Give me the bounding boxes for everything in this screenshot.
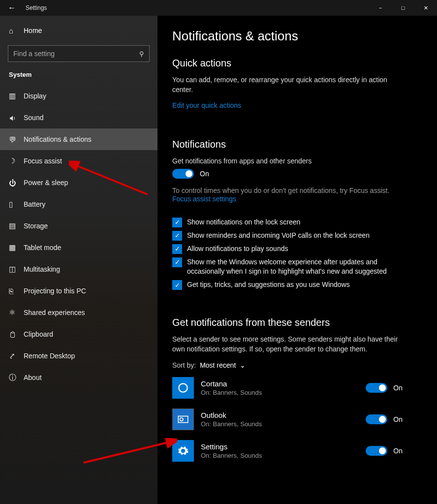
storage-icon: ▤ xyxy=(9,221,24,230)
focus-assist-hint: To control times when you do or don't ge… xyxy=(172,187,422,194)
about-icon: ⓘ xyxy=(9,373,24,382)
senders-heading: Get notifications from these senders xyxy=(172,317,422,328)
home-nav[interactable]: ⌂ Home xyxy=(0,20,157,41)
focus-assist-link[interactable]: Focus assist settings xyxy=(172,195,236,203)
sidebar: ⌂ Home ⚲ System ▥Display 🔉︎Sound 💬︎Notif… xyxy=(0,16,157,504)
close-button[interactable]: ✕ xyxy=(414,0,437,16)
sidebar-item-sound[interactable]: 🔉︎Sound xyxy=(0,107,157,128)
quick-actions-desc: You can add, remove, or rearrange your q… xyxy=(172,75,399,95)
focus-icon: ☽ xyxy=(9,157,24,165)
sidebar-item-notifications[interactable]: 💬︎Notifications & actions xyxy=(0,128,157,150)
battery-icon: ▯ xyxy=(9,200,24,209)
sender-row-settings[interactable]: SettingsOn: Banners, Sounds On xyxy=(172,437,422,469)
svg-point-2 xyxy=(180,417,184,421)
minimize-button[interactable]: − xyxy=(369,0,392,16)
check-reminders-voip[interactable]: ✓ xyxy=(172,231,182,241)
sidebar-item-battery[interactable]: ▯Battery xyxy=(0,193,157,215)
titlebar: ← Settings − □ ✕ xyxy=(0,0,437,16)
shared-icon: ⚛ xyxy=(9,308,24,317)
chevron-down-icon: ⌄ xyxy=(240,361,246,369)
search-box[interactable]: ⚲ xyxy=(8,45,150,62)
window-title: Settings xyxy=(26,4,47,11)
notifications-master-toggle[interactable] xyxy=(172,169,194,179)
power-icon: ⏻ xyxy=(9,179,24,187)
sidebar-item-multitasking[interactable]: ◫Multitasking xyxy=(0,258,157,280)
sidebar-item-power-sleep[interactable]: ⏻Power & sleep xyxy=(0,172,157,193)
check-play-sounds[interactable]: ✓ xyxy=(172,244,182,254)
page-title: Notifications & actions xyxy=(172,29,422,44)
settings-app-icon xyxy=(172,440,194,462)
settings-toggle[interactable] xyxy=(366,446,387,456)
cortana-toggle[interactable] xyxy=(366,383,387,393)
sidebar-item-projecting[interactable]: ⎘Projecting to this PC xyxy=(0,280,157,302)
sidebar-item-tablet-mode[interactable]: ▦Tablet mode xyxy=(0,237,157,258)
search-input[interactable] xyxy=(13,50,139,58)
project-icon: ⎘ xyxy=(9,287,24,295)
notifications-master-state: On xyxy=(200,170,209,178)
sidebar-item-storage[interactable]: ▤Storage xyxy=(0,215,157,237)
clipboard-icon: 📋︎ xyxy=(9,330,24,339)
multitask-icon: ◫ xyxy=(9,265,24,274)
sidebar-item-shared-experiences[interactable]: ⚛Shared experiences xyxy=(0,302,157,323)
main-content: Notifications & actions Quick actions Yo… xyxy=(157,16,437,504)
notifications-heading: Notifications xyxy=(172,139,422,150)
edit-quick-actions-link[interactable]: Edit your quick actions xyxy=(172,101,241,109)
cortana-icon xyxy=(172,377,194,399)
check-welcome-experience[interactable]: ✓ xyxy=(172,257,182,267)
search-icon: ⚲ xyxy=(139,50,144,58)
sidebar-item-clipboard[interactable]: 📋︎Clipboard xyxy=(0,323,157,345)
sidebar-item-display[interactable]: ▥Display xyxy=(0,85,157,107)
sender-row-cortana[interactable]: CortanaOn: Banners, Sounds On xyxy=(172,374,422,406)
svg-point-0 xyxy=(179,383,187,392)
back-button[interactable]: ← xyxy=(0,3,24,12)
senders-desc: Select a sender to see more settings. So… xyxy=(172,334,399,354)
notifications-icon: 💬︎ xyxy=(9,135,24,144)
notifications-toggle-desc: Get notifications from apps and other se… xyxy=(172,156,399,166)
sidebar-item-about[interactable]: ⓘAbout xyxy=(0,367,157,388)
sidebar-item-focus-assist[interactable]: ☽Focus assist xyxy=(0,150,157,172)
outlook-icon xyxy=(172,409,194,430)
sound-icon: 🔉︎ xyxy=(9,114,24,122)
check-tips-tricks[interactable]: ✓ xyxy=(172,280,182,290)
tablet-icon: ▦ xyxy=(9,243,24,252)
sidebar-item-remote-desktop[interactable]: ⤤Remote Desktop xyxy=(0,345,157,367)
outlook-toggle[interactable] xyxy=(366,414,387,424)
sender-row-outlook[interactable]: OutlookOn: Banners, Sounds On xyxy=(172,406,422,437)
home-icon: ⌂ xyxy=(9,27,24,35)
quick-actions-heading: Quick actions xyxy=(172,58,422,69)
sort-by-dropdown[interactable]: Sort by: Most recent ⌄ xyxy=(172,361,422,369)
home-label: Home xyxy=(24,27,42,34)
display-icon: ▥ xyxy=(9,92,24,100)
maximize-button[interactable]: □ xyxy=(392,0,414,16)
remote-icon: ⤤ xyxy=(9,351,24,360)
check-lock-screen[interactable]: ✓ xyxy=(172,218,182,227)
sidebar-section-header: System xyxy=(0,68,157,85)
